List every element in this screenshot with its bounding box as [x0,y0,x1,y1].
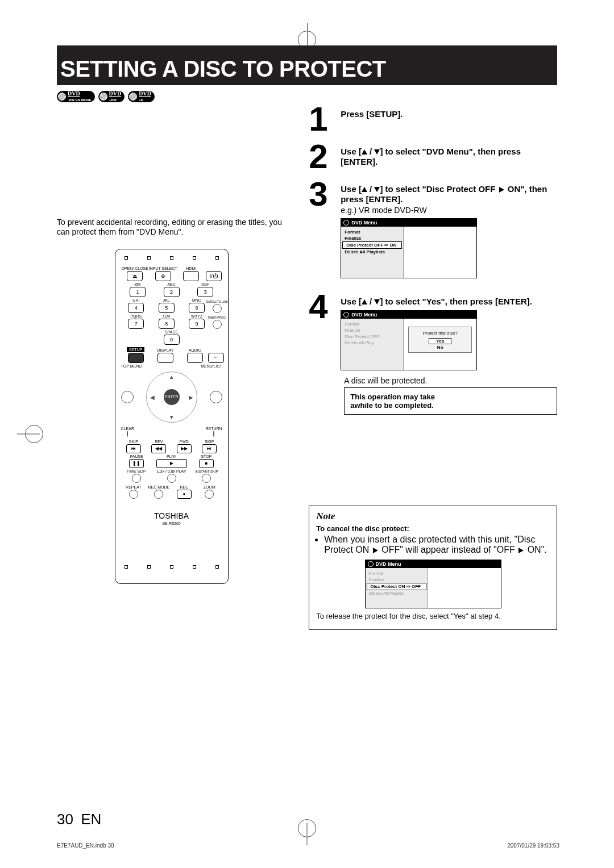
crop-circle-left [25,425,43,443]
dvd-menu-screenshot-step3: DVD Menu Format Finalize Disc Protect OF… [341,218,477,278]
t3b: / [367,184,375,194]
menu4-item-3: Delete All Play [341,340,403,346]
arrow-left-icon: ◀ [150,394,155,400]
remote-label-menulist: MENU/LIST [201,364,222,368]
step-3: 3 Use [ / ] to select "Disc Protect OFF … [309,181,557,278]
remote-label-xplay: 1.3x / 0.8x PLAY [157,469,186,473]
step-4-number: 4 [309,293,334,415]
remote-btn-enter: ENTER [164,389,180,405]
note-bullet: When you insert a disc protected with th… [324,535,550,555]
arrow-right-icon [499,187,504,193]
menu3-item-0: Format [341,229,403,235]
disc-icon [343,312,349,318]
remote-label-mno: MNO [192,298,201,302]
remote-key-7: 7 [128,319,144,329]
note-heading: Note [316,511,550,522]
remote-label-repeat: REPEAT [126,485,142,489]
remote-btn-repeat [129,490,138,499]
dvd-menu4-nav: Format Finalize Disc Protect OFF Delete … [341,319,404,370]
remote-btn-input: ⊕ [155,271,171,281]
t2a: Use [ [341,147,362,156]
remote-btn-skipR: ⏭ [202,444,217,453]
remote-label-return: RETURN [205,427,222,431]
remote-btn-hdmi [183,271,199,281]
remote-btn-stop: ■ [199,459,214,468]
triangle-down-icon [374,299,380,304]
footer-right: 2007/01/29 19:03:53 [507,842,559,849]
note-menu-item-0: Format [366,570,428,577]
remote-btn-play: ▶ [156,459,187,468]
remote-key-2: 2 [164,287,180,297]
remote-btn-open: ⏏ [127,271,143,281]
page-number-value: 30 [57,811,73,828]
triangle-down-icon [374,149,380,155]
remote-btn-satellite [213,304,222,313]
remote-label-recmode: REC MODE [148,485,169,489]
right-column: 1 Press [SETUP]. 2 Use [ / ] to select "… [309,106,557,630]
remote-model: SE-R0265 [121,521,222,525]
remote-btn-return [213,431,214,437]
badge-dvd-rw-vr: DVD-RW VR MODE [57,91,95,102]
content-area: SETTING A DISC TO PROTECT DVD-RW VR MODE… [57,45,557,800]
step-2-text: Use [ / ] to select "DVD Menu", then pre… [341,147,521,166]
remote-key-0: 0 [164,335,180,345]
remote-label-fwd: FWD [180,440,189,444]
left-column: To prevent accidental recording, editing… [57,106,286,630]
remote-label-def: DEF [201,282,209,286]
step-1: 1 Press [SETUP]. [309,106,557,133]
remote-label-tuv: TUV [163,314,171,318]
remote-btn-subtitle: ⋯ [208,353,224,363]
remote-label-play: PLAY [167,454,176,458]
page-number: 30 EN [57,811,101,828]
remote-brand: TOSHIBA [121,511,222,520]
remote-btn-instskip [202,474,211,483]
remote-btn-timeslip [132,474,141,483]
remote-key-3: 3 [197,287,213,297]
t4b: / [367,297,375,306]
step-2: 2 Use [ / ] to select "DVD Menu", then p… [309,143,557,170]
remote-label-instant-skip: INSTANT SKIP [195,470,218,473]
step-3-subtext: e.g.) VR mode DVD-RW [341,206,557,215]
arrow-up-icon: ▲ [169,374,175,380]
remote-label-jkl: JKL [163,298,170,302]
note-dvd-menu: DVD Menu Format Finalize Disc Protect ON… [365,560,501,608]
dvd-menu-screenshot-step4: DVD Menu Format Finalize Disc Protect OF… [341,310,477,370]
note-b1b: OFF" will appear instead of "OFF [379,545,517,554]
remote-btn-clear [127,431,128,437]
badge-dvd-plus-rw: DVD+RW [98,91,125,102]
page: SETTING A DISC TO PROTECT DVD-RW VR MODE… [0,0,614,868]
step4-note-box: This operation may take awhile to be com… [344,387,557,415]
dvd-menu3-title: DVD Menu [351,220,377,226]
t4c: ] to select "Yes", then press [ENTER]. [380,297,532,306]
note-subhead: To cancel the disc protect: [316,524,409,533]
remote-btn-xplay [167,474,176,483]
remote-label-abc: ABC [167,282,175,286]
menu4-item-1: Finalize [341,327,403,333]
remote-label-timer: TIMER PROG. [208,316,226,319]
remote-label-rev: REV [155,440,163,444]
step4-note-a: This operation may take [350,393,435,401]
note-panel: Note To cancel the disc protect: When yo… [309,506,557,630]
remote-key-5: 5 [159,303,175,313]
remote-btn-rec: ● [177,490,192,499]
remote-btn-setup [128,353,144,363]
arrow-right-icon: ▶ [189,394,193,400]
page-number-lang: EN [81,811,101,828]
remote-label-open-close: OPEN/ CLOSE [121,266,148,270]
remote-btn-timer [213,320,222,329]
dvd-menu3-nav: Format Finalize Disc Protect OFF ⇨ ON De… [341,227,404,278]
remote-label-satellite: SATELLITE LINK [206,301,228,303]
remote-label-stop: STOP [201,454,211,458]
remote-btn-display [157,353,173,363]
remote-label-clear: CLEAR [121,427,134,431]
header-bar: SETTING A DISC TO PROTECT [57,45,557,85]
remote-label-topmenu: TOP MENU [121,364,142,368]
remote-label-input: INPUT SELECT [149,266,177,270]
remote-key-9: 9 [189,319,205,329]
step4-caption: A disc will be protected. [344,376,557,385]
remote-label-wxyz: WXYZ [191,314,202,318]
note-menu-item-1: Finalize [366,577,428,583]
remote-btn-skipL: ⏮ [126,444,141,453]
menu3-item-3: Delete All Playlists [341,249,403,255]
menu4-item-2: Disc Protect OFF [341,333,403,340]
